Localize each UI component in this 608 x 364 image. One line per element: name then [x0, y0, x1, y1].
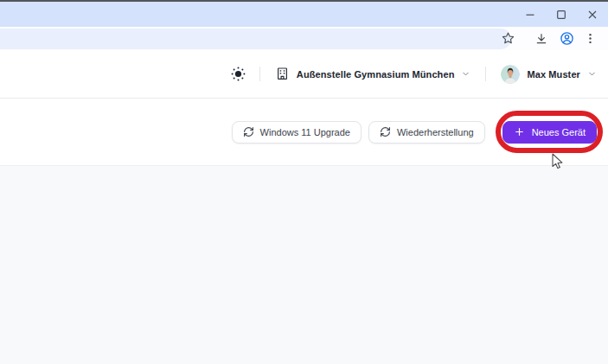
header-divider — [259, 67, 260, 81]
maximize-icon — [556, 10, 566, 20]
restore-label: Wiederherstellung — [397, 127, 474, 137]
theme-toggle-button[interactable] — [230, 66, 246, 82]
close-icon — [587, 10, 598, 20]
browser-titlebar — [0, 2, 608, 27]
toolbar-icons — [496, 27, 608, 50]
plus-icon — [514, 126, 525, 137]
window-controls — [515, 2, 608, 27]
user-menu[interactable]: Max Muster — [501, 65, 597, 84]
org-switcher[interactable]: Außenstelle Gymnasium München — [275, 67, 471, 81]
menu-dots-icon — [584, 32, 597, 45]
browser-profile-button[interactable] — [555, 28, 578, 50]
address-bar[interactable] — [0, 29, 511, 49]
windows-11-upgrade-button[interactable]: Windows 11 Upgrade — [232, 121, 362, 144]
org-name: Außenstelle Gymnasium München — [297, 69, 455, 80]
new-device-label: Neues Gerät — [532, 127, 586, 137]
actions-bar: Windows 11 Upgrade Wiederherstellung Neu… — [0, 99, 608, 166]
downloads-button[interactable] — [530, 28, 553, 50]
user-name: Max Muster — [527, 69, 580, 80]
browser-toolbar — [0, 27, 608, 50]
page-background: Typ Aktueller Benutzer Standort Aktionen — [0, 166, 608, 364]
minimize-button[interactable] — [515, 2, 546, 27]
sync-icon — [243, 126, 254, 137]
dark-mode-sun-icon — [230, 66, 246, 82]
bookmark-button[interactable] — [496, 28, 519, 50]
browser-window: Außenstelle Gymnasium München — [0, 0, 608, 364]
new-device-button[interactable]: Neues Gerät — [502, 121, 597, 144]
windows-11-upgrade-label: Windows 11 Upgrade — [260, 127, 350, 137]
chevron-down-icon — [461, 69, 470, 79]
download-icon — [534, 32, 548, 46]
header-divider — [485, 67, 486, 81]
profile-icon — [560, 31, 574, 46]
close-button[interactable] — [577, 2, 608, 27]
app-header: Außenstelle Gymnasium München — [0, 50, 608, 99]
avatar — [501, 65, 520, 84]
chevron-down-icon — [587, 69, 597, 79]
browser-menu-button[interactable] — [579, 28, 601, 50]
building-icon — [275, 67, 290, 81]
restore-button[interactable]: Wiederherstellung — [368, 121, 485, 144]
sync-icon — [380, 126, 391, 137]
maximize-button[interactable] — [546, 2, 577, 27]
minimize-icon — [525, 10, 535, 20]
bookmark-star-icon — [501, 31, 515, 46]
